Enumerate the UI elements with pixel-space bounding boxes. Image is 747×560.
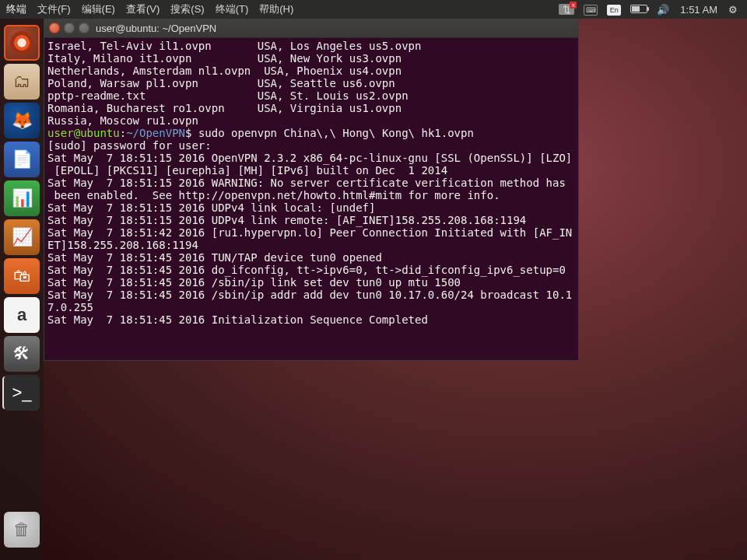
battery-icon[interactable] [630,4,647,16]
terminal-line: Sat May 7 18:51:45 2016 do_ifconfig, tt-… [47,264,575,276]
launcher-settings[interactable]: 🛠 [4,336,40,372]
window-minimize-button[interactable] [64,23,75,33]
launcher-terminal[interactable]: >_ [4,375,40,411]
terminal-line: Sat May 7 18:51:45 2016 Initialization S… [47,313,575,326]
launcher-amazon[interactable]: a [4,297,40,333]
system-gear-icon[interactable]: ⚙ [728,4,738,16]
window-title: user@ubuntu: ~/OpenVPN [96,23,216,34]
menu-search[interactable]: 搜索(S) [170,2,204,16]
volume-icon[interactable]: 🔊 [657,4,669,16]
prompt-dollar: $ [185,127,198,139]
terminal-line: [EPOLL] [PKCS11] [eurephia] [MH] [IPv6] … [47,164,575,177]
prompt-command: sudo openvpn China\,\ Hong\ Kong\ hk1.ov… [198,127,474,139]
terminal-line: Sat May 7 18:51:15 2016 UDPv4 link remot… [47,214,575,226]
launcher-dash[interactable] [4,25,40,61]
menu-view[interactable]: 查看(V) [126,2,160,16]
window-controls [49,23,89,33]
launcher: 🗂 🦊 📄 📊 📈 🛍 a 🛠 >_ 🗑 [0,19,44,560]
window-maximize-button[interactable] [79,23,89,33]
terminal-line: [sudo] password for user: [47,139,575,152]
keyboard-icon[interactable]: ⌨ [584,3,598,16]
window-close-button[interactable] [49,23,60,33]
network-icon[interactable]: ⇅x [559,4,574,16]
terminal-line: ET]158.255.208.168:1194 [47,239,575,251]
menubar: 终端 文件(F) 编辑(E) 查看(V) 搜索(S) 终端(T) 帮助(H) ⇅… [0,0,747,19]
launcher-software[interactable]: 🛍 [4,258,40,294]
terminal-line: pptp-readme.txt USA, St. Louis us2.ovpn [47,89,575,102]
launcher-files[interactable]: 🗂 [4,64,40,100]
terminal-line: Sat May 7 18:51:15 2016 WARNING: No serv… [47,177,575,189]
menu-terminal[interactable]: 终端(T) [216,2,249,16]
launcher-firefox[interactable]: 🦊 [4,103,40,138]
terminal-line: been enabled. See http://openvpn.net/how… [47,189,575,201]
terminal-line: Sat May 7 18:51:45 2016 TUN/TAP device t… [47,251,575,264]
terminal-line: Israel, Tel-Aviv il1.ovpn USA, Los Angel… [47,40,575,52]
terminal-line: Netherlands, Amsterdam nl1.ovpn USA, Pho… [47,65,575,77]
ubuntu-logo-icon [10,31,33,54]
terminal-line: Sat May 7 18:51:15 2016 UDPv4 link local… [47,201,575,214]
prompt-user-host: user@ubuntu [47,127,120,139]
terminal-line: Sat May 7 18:51:45 2016 /sbin/ip link se… [47,276,575,289]
terminal-line: user@ubuntu:~/OpenVPN$ sudo openvpn Chin… [47,127,575,139]
launcher-trash[interactable]: 🗑 [4,512,40,548]
launcher-impress[interactable]: 📈 [4,219,40,255]
launcher-writer[interactable]: 📄 [4,142,40,177]
terminal-line: Italy, Milano it1.ovpn USA, New York us3… [47,52,575,65]
terminal-body[interactable]: Israel, Tel-Aviv il1.ovpn USA, Los Angel… [44,38,578,360]
language-icon[interactable]: En [607,3,621,16]
window-titlebar[interactable]: user@ubuntu: ~/OpenVPN [44,19,578,38]
launcher-calc[interactable]: 📊 [4,180,40,216]
terminal-line: Romania, Bucharest ro1.ovpn USA, Virgini… [47,102,575,114]
menu-edit[interactable]: 编辑(E) [82,2,115,16]
menu-file[interactable]: 文件(F) [37,2,71,16]
terminal-line: Sat May 7 18:51:15 2016 OpenVPN 2.3.2 x8… [47,152,575,164]
terminal-line: Sat May 7 18:51:42 2016 [ru1.hypervpn.lo… [47,226,575,239]
prompt-path: ~/OpenVPN [126,127,185,139]
terminal-line: 7.0.255 [47,301,575,313]
menu-help[interactable]: 帮助(H) [259,2,293,16]
app-name: 终端 [6,2,26,16]
terminal-line: Sat May 7 18:51:45 2016 /sbin/ip addr ad… [47,289,575,301]
terminal-line: Russia, Moscow ru1.ovpn [47,114,575,127]
clock[interactable]: 1:51 AM [680,4,717,16]
prompt-separator: : [120,127,126,139]
terminal-window: user@ubuntu: ~/OpenVPN Israel, Tel-Aviv … [44,19,579,361]
terminal-line: Poland, Warsaw pl1.ovpn USA, Seattle us6… [47,77,575,89]
